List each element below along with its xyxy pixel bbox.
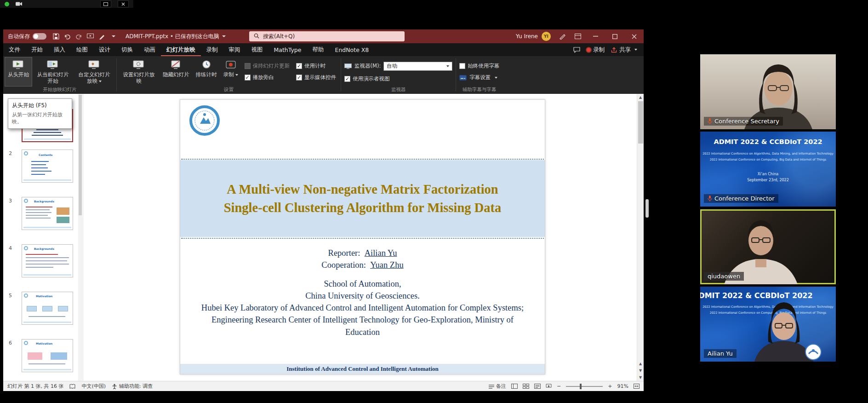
subtitle-settings-chevron-icon: [495, 77, 497, 79]
toolbar-close-button[interactable]: [118, 0, 129, 7]
autosave-toggle[interactable]: 自动保存: [8, 33, 46, 40]
previous-slide-button[interactable]: ▲: [637, 360, 644, 367]
toolbar-window-button[interactable]: [100, 0, 111, 7]
zoom-slider[interactable]: [566, 386, 603, 387]
checkbox-icon: [245, 63, 251, 69]
video-tile-conference-secretary[interactable]: Conference Secretary: [700, 54, 836, 129]
screen-share-toolbar: [0, 0, 133, 8]
maximize-button[interactable]: [605, 29, 624, 43]
use-timings-checkbox[interactable]: ✓ 使用计时: [296, 63, 336, 69]
show-media-controls-checkbox[interactable]: ✓ 显示媒体控件: [296, 74, 336, 81]
notes-icon: [489, 384, 494, 389]
slide-scrollbar[interactable]: ▲ ▲ ▼ ▼: [637, 94, 644, 381]
monitor-play-icon: [12, 60, 24, 70]
zoom-slider-thumb[interactable]: [580, 384, 582, 389]
thumbnail-scrollbar[interactable]: [78, 94, 82, 381]
ink-icon[interactable]: [554, 29, 570, 43]
play-narrations-checkbox[interactable]: ✓ 播放旁白: [245, 74, 290, 81]
monitor-dropdown[interactable]: 自动: [383, 62, 452, 71]
document-title[interactable]: ADMIT-PPT.pptx • 已保存到这台电脑: [126, 33, 226, 40]
tab-file[interactable]: 文件: [3, 43, 26, 56]
participant-name-chip: Conference Secretary: [704, 117, 783, 126]
record-button[interactable]: 录制: [587, 46, 605, 54]
desktop: 自动保存: [0, 0, 868, 403]
comments-button[interactable]: [573, 47, 580, 53]
slide-number: 2: [9, 150, 12, 156]
slide-footer-band[interactable]: Institution of Advanced Control and Inte…: [180, 364, 545, 374]
hide-slide-button[interactable]: 隐藏幻灯片: [160, 57, 193, 86]
thumbnail-slide-5[interactable]: Motivation: [22, 292, 73, 325]
video-tile-conference-director[interactable]: ADMIT 2022 & CCBDIoT 2022 2022 Internati…: [700, 132, 836, 207]
thumbnail-slide-3[interactable]: Backgrounds: [22, 197, 73, 230]
thumbnail-slide-6[interactable]: Motivation: [22, 339, 73, 372]
user-avatar[interactable]: YI: [542, 32, 551, 41]
notes-button[interactable]: 备注: [489, 383, 506, 390]
from-beginning-button[interactable]: 从头开始: [5, 57, 32, 86]
share-button[interactable]: 共享: [611, 46, 637, 54]
qat-customize-chevron-icon[interactable]: [108, 31, 119, 42]
tab-view[interactable]: 视图: [246, 43, 268, 56]
tab-endnote[interactable]: EndNote X8: [329, 43, 374, 56]
scrollbar-thumb[interactable]: [638, 101, 643, 144]
from-current-slide-button[interactable]: 从当前幻灯片开始: [32, 57, 74, 86]
presenter-view-checkbox[interactable]: ✓ 使用演示者视图: [344, 75, 452, 82]
university-logo[interactable]: [188, 105, 221, 138]
video-tile-ailian-yu[interactable]: ADMIT 2022 & CCBDIoT 2022 2022 Internati…: [700, 287, 836, 362]
tab-animations[interactable]: 动画: [138, 43, 161, 56]
tab-record[interactable]: 录制: [201, 43, 223, 56]
keep-slides-updated-checkbox[interactable]: 保持幻灯片更新: [245, 63, 290, 69]
search-input[interactable]: 搜索(Alt+Q): [249, 31, 405, 41]
minimize-button[interactable]: [586, 29, 605, 43]
zoom-level[interactable]: 91%: [617, 383, 628, 389]
pen-icon[interactable]: [96, 31, 108, 42]
tab-review[interactable]: 审阅: [223, 43, 246, 56]
thumbnail-slide-4[interactable]: Backgrounds: [22, 244, 73, 277]
save-icon[interactable]: [50, 31, 62, 42]
tab-home[interactable]: 开始: [26, 43, 48, 56]
video-tile-qiudaowen[interactable]: qiudaowen: [700, 209, 836, 284]
ribbon-display-icon[interactable]: [570, 29, 586, 43]
record-slideshow-button[interactable]: 录制: [220, 57, 241, 86]
zoom-out-button[interactable]: −: [557, 383, 561, 389]
undo-icon[interactable]: [62, 31, 73, 42]
panel-resize-handle[interactable]: [645, 199, 649, 218]
language-button[interactable]: 中文(中国): [81, 383, 106, 390]
tab-insert[interactable]: 插入: [48, 43, 71, 56]
scroll-down-button[interactable]: ▼: [637, 374, 644, 381]
zoom-in-button[interactable]: +: [608, 383, 612, 389]
accessibility-button[interactable]: 辅助功能: 调查: [112, 383, 153, 390]
rehearse-timings-button[interactable]: 排练计时: [193, 57, 220, 86]
title-textbox[interactable]: A Multi-view Non-negative Matrix Factori…: [180, 160, 545, 237]
slide-counter[interactable]: 幻灯片 第 1 张, 共 16 张: [7, 383, 63, 390]
view-slideshow-button[interactable]: [546, 384, 552, 389]
tab-help[interactable]: 帮助: [307, 43, 329, 56]
scrollbar-thumb[interactable]: [79, 95, 82, 215]
setup-slideshow-button[interactable]: 设置幻灯片放映: [118, 57, 160, 86]
tab-design[interactable]: 设计: [93, 43, 116, 56]
next-slide-button[interactable]: ▼: [637, 367, 644, 374]
view-normal-button[interactable]: [511, 384, 518, 389]
tab-slideshow[interactable]: 幻灯片放映: [161, 43, 201, 56]
fit-to-window-button[interactable]: [634, 384, 640, 389]
subtitle-settings-button[interactable]: 字幕设置: [459, 74, 499, 81]
tab-transitions[interactable]: 切换: [116, 43, 138, 56]
close-button[interactable]: [624, 29, 644, 43]
slide-1[interactable]: A Multi-view Non-negative Matrix Factori…: [180, 99, 545, 374]
autosave-switch[interactable]: [33, 33, 46, 40]
body-textbox[interactable]: Reporter: Ailian Yu Cooperation: Yuan Zh…: [199, 247, 526, 338]
tab-mathtype[interactable]: MathType: [268, 43, 307, 56]
participant-name: Conference Secretary: [714, 118, 779, 125]
camera-icon[interactable]: [16, 0, 23, 8]
tab-draw[interactable]: 绘图: [71, 43, 93, 56]
slideshow-quick-icon[interactable]: [85, 31, 96, 42]
reporter-line: Reporter: Ailian Yu: [199, 247, 526, 259]
user-name[interactable]: Yu Irene: [516, 33, 538, 40]
thumbnail-slide-2[interactable]: Contents: [22, 150, 73, 183]
view-sorter-button[interactable]: [523, 384, 529, 389]
redo-icon[interactable]: [73, 31, 85, 42]
spellcheck-icon[interactable]: [69, 384, 75, 389]
view-reading-button[interactable]: [534, 384, 541, 389]
scroll-up-button[interactable]: ▲: [637, 94, 644, 101]
always-use-subtitles-checkbox[interactable]: 始终使用字幕: [459, 63, 499, 69]
custom-slideshow-button[interactable]: 自定义幻灯片放映: [74, 57, 115, 86]
